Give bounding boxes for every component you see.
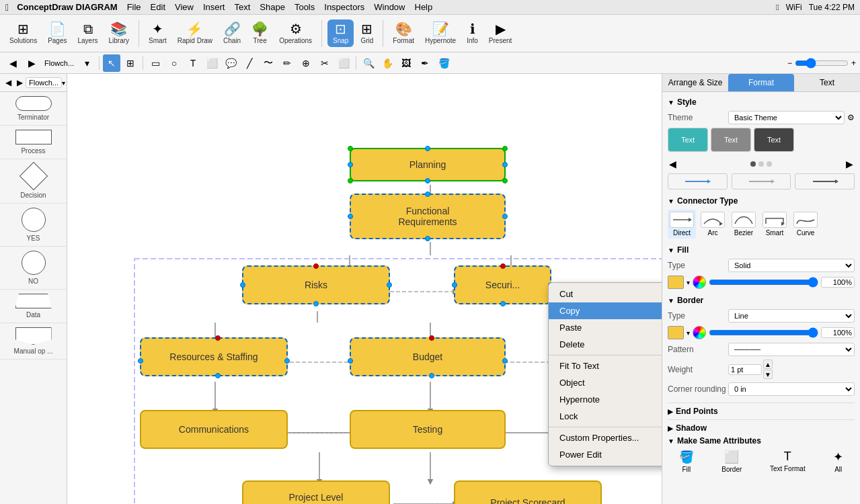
line-style-3[interactable] [795, 173, 855, 190]
snap-button[interactable]: ⊡ Snap [327, 19, 354, 47]
decision-shape[interactable]: Decision [0, 159, 67, 204]
menu-text[interactable]: Text [234, 2, 250, 12]
fill-opacity-slider[interactable] [709, 277, 818, 288]
border-type-select[interactable]: Line [728, 309, 855, 323]
project-level-shape[interactable]: Project LevelIndicators [242, 480, 390, 504]
oval-tool[interactable]: ○ [165, 54, 183, 72]
manual-op-shape[interactable]: Manual op ... [0, 323, 67, 360]
sidebar-dropdown[interactable]: Flowch... [26, 77, 62, 88]
yes-shape[interactable]: YES [0, 204, 67, 247]
object-menu-item[interactable]: Object ▶ [549, 374, 662, 391]
connector-type-header[interactable]: ▼ Connector Type [668, 196, 855, 206]
tab-text[interactable]: Text [794, 74, 860, 91]
line-tool[interactable]: ╱ [241, 54, 258, 72]
no-shape[interactable]: NO [0, 247, 67, 290]
page-selector[interactable]: Flowch... [44, 59, 74, 67]
pattern-select[interactable]: ───── [728, 343, 855, 356]
menu-window[interactable]: Window [374, 2, 405, 12]
chain-button[interactable]: 🔗 Chain [219, 19, 245, 47]
bezier-tool[interactable]: 〜 [260, 54, 277, 72]
corner-select[interactable]: 0 in [728, 382, 855, 396]
rapid-draw-button[interactable]: ⚡ Rapid Draw [173, 19, 217, 47]
tree-button[interactable]: 🌳 Tree [247, 19, 272, 47]
menu-shape[interactable]: Shape [260, 2, 285, 12]
border-color-swatch[interactable] [668, 326, 684, 339]
pen-tool[interactable]: ✒ [416, 54, 434, 72]
delete-menu-item[interactable]: Delete [549, 336, 662, 353]
custom-properties-menu-item[interactable]: Custom Properties... [549, 429, 662, 446]
lock-menu-item[interactable]: Lock ▶ [549, 408, 662, 425]
line-style-2[interactable] [732, 173, 791, 190]
border-section-header[interactable]: ▼ Border [668, 296, 855, 305]
weight-down[interactable]: ▼ [763, 370, 773, 379]
functional-requirements-shape[interactable]: FunctionalRequirements [350, 194, 506, 239]
menu-tools[interactable]: Tools [295, 2, 315, 12]
canvas-area[interactable]: Planning FunctionalRequirements [67, 74, 662, 504]
format-button[interactable]: 🎨 Format [389, 19, 418, 47]
fill-type-select[interactable]: Solid [728, 259, 855, 272]
fit-to-text-menu-item[interactable]: Fit To Text [549, 358, 662, 374]
tab-format[interactable]: Format [728, 74, 794, 91]
fill-color-swatch[interactable] [668, 276, 684, 289]
fill-section-header[interactable]: ▼ Fill [668, 245, 855, 255]
present-button[interactable]: ▶ Present [485, 19, 516, 47]
zoom-minus[interactable]: − [787, 58, 792, 68]
style-tile-2[interactable]: Text [711, 128, 751, 152]
sidebar-dropdown-arrow[interactable]: ▾ [62, 79, 65, 87]
pages-button[interactable]: 📄 Pages [44, 19, 71, 47]
sidebar-forward[interactable]: ▶ [14, 77, 26, 89]
pencil-tool[interactable]: ✏ [278, 54, 296, 72]
copy-menu-item[interactable]: Copy [549, 302, 662, 319]
pan-tool[interactable]: ✋ [379, 54, 396, 72]
make-same-border[interactable]: ⬜ Border [721, 450, 742, 473]
info-button[interactable]: ℹ Info [463, 19, 482, 47]
theme-select[interactable]: Basic Theme [728, 111, 845, 124]
planning-shape[interactable]: Planning [350, 148, 506, 181]
make-same-text-format[interactable]: T Text Format [770, 450, 806, 473]
fill-color-picker[interactable] [693, 276, 706, 289]
library-button[interactable]: 📚 Library [105, 19, 134, 47]
border-color-picker[interactable] [693, 326, 706, 339]
data-shape[interactable]: Data [0, 290, 67, 323]
back-nav[interactable]: ◀ [4, 54, 22, 72]
page-dropdown[interactable]: ▾ [78, 54, 95, 72]
weight-up[interactable]: ▲ [763, 360, 773, 369]
solutions-button[interactable]: ⊞ Solutions [5, 19, 41, 47]
style-tile-3[interactable]: Text [754, 128, 794, 152]
hypernote-menu-item[interactable]: Hypernote [549, 391, 662, 408]
menu-help[interactable]: Help [415, 2, 433, 12]
sidebar-back[interactable]: ◀ [3, 77, 14, 89]
end-points-section[interactable]: ▶ End Points [668, 403, 855, 419]
terminator-shape[interactable]: Terminator [0, 92, 67, 126]
make-same-header[interactable]: ▼ Make Same Attributes [668, 436, 855, 446]
project-scorecard-shape[interactable]: Project Scorecard [454, 480, 602, 504]
shadow-section[interactable]: ▶ Shadow [668, 419, 855, 436]
smart-button[interactable]: ✦ Smart [145, 19, 171, 47]
text-box-tool[interactable]: ⬜ [203, 54, 221, 72]
table-tool[interactable]: ⊞ [122, 54, 139, 72]
bezier-connector[interactable]: Bezier [730, 210, 758, 239]
fill-opacity-input[interactable] [821, 277, 855, 288]
resources-shape[interactable]: Resources & Staffing [140, 337, 288, 376]
tab-arrange-size[interactable]: Arrange & Size [662, 74, 728, 91]
zoom-in-tool[interactable]: 🔍 [360, 54, 377, 72]
grid-button[interactable]: ⊞ Grid [356, 19, 377, 47]
scissors-tool[interactable]: ✂ [316, 54, 334, 72]
risks-shape[interactable]: Risks [242, 265, 390, 304]
style-prev[interactable]: ◀ [668, 157, 678, 171]
direct-connector[interactable]: Direct [668, 210, 696, 239]
border-opacity-input[interactable] [821, 327, 855, 338]
smart-connector[interactable]: Smart [760, 210, 789, 239]
stamp-tool[interactable]: ⬜ [335, 54, 352, 72]
menu-file[interactable]: File [127, 2, 141, 12]
power-edit-menu-item[interactable]: Power Edit F6 [549, 446, 662, 463]
zoom-slider[interactable] [795, 58, 849, 69]
menu-view[interactable]: View [175, 2, 194, 12]
weight-input[interactable] [728, 364, 762, 375]
make-same-fill[interactable]: 🪣 Fill [679, 450, 694, 473]
border-opacity-slider[interactable] [709, 327, 818, 338]
budget-shape[interactable]: Budget [350, 337, 506, 376]
security-shape[interactable]: Securi... [454, 265, 551, 304]
border-dropdown-arrow[interactable]: ▾ [687, 329, 690, 337]
theme-gear-icon[interactable]: ⚙ [847, 113, 855, 122]
